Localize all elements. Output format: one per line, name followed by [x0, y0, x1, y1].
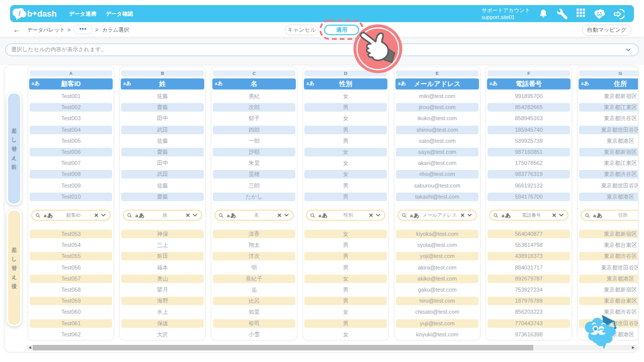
svg-text:b: b	[27, 9, 32, 18]
svg-text:dash: dash	[37, 9, 57, 18]
svg-text:!: !	[18, 9, 21, 18]
